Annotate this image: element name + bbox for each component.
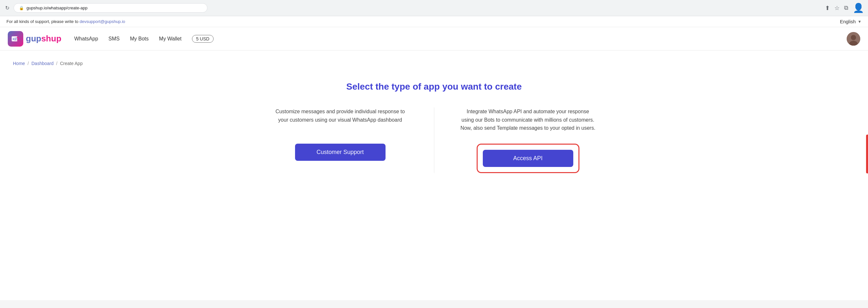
notification-text: For all kinds of support, please write t… — [6, 19, 125, 24]
tab-icon[interactable]: ⧉ — [844, 4, 848, 11]
wallet-badge[interactable]: 5 USD — [192, 35, 214, 43]
support-email-link[interactable]: devsupport@gupshup.io — [80, 19, 125, 24]
user-avatar[interactable] — [847, 32, 860, 46]
page-content: Home / Dashboard / Create App Select the… — [0, 51, 868, 300]
page-heading: Select the type of app you want to creat… — [13, 82, 855, 92]
breadcrumb-sep-2: / — [56, 61, 58, 66]
customer-support-card: Customize messages and provide individua… — [272, 107, 408, 173]
profile-avatar-icon[interactable]: 👤 — [853, 3, 864, 13]
breadcrumb: Home / Dashboard / Create App — [13, 61, 855, 66]
browser-chrome: ↻ 🔒 gupshup.io/whatsapp/create-app ⬆ ☆ ⧉… — [0, 0, 868, 16]
logo-text: gupshup — [26, 34, 61, 44]
nav-whatsapp[interactable]: WhatsApp — [74, 35, 98, 43]
browser-toolbar: ↻ 🔒 gupshup.io/whatsapp/create-app ⬆ ☆ ⧉… — [0, 0, 868, 16]
reload-button[interactable]: ↻ — [4, 5, 10, 11]
side-accent-bar — [866, 135, 868, 173]
customer-support-description: Customize messages and provide individua… — [272, 107, 408, 133]
access-api-description: Integrate WhatsApp API and automate your… — [460, 107, 596, 133]
access-api-card: Integrate WhatsApp API and automate your… — [460, 107, 596, 173]
nav-sms[interactable]: SMS — [108, 35, 120, 43]
notification-message: For all kinds of support, please write t… — [6, 19, 80, 24]
access-api-button[interactable]: Access API — [483, 150, 573, 167]
lock-icon: 🔒 — [19, 6, 24, 10]
svg-point-2 — [17, 37, 18, 38]
share-icon[interactable]: ⬆ — [825, 4, 830, 12]
language-label: English — [840, 19, 856, 24]
browser-actions: ⬆ ☆ ⧉ 👤 — [825, 3, 864, 13]
url-text: gupshup.io/whatsapp/create-app — [27, 5, 88, 10]
breadcrumb-sep-1: / — [28, 61, 29, 66]
breadcrumb-home[interactable]: Home — [13, 61, 25, 66]
breadcrumb-current: Create App — [60, 61, 83, 66]
reload-icon: ↻ — [5, 5, 9, 11]
main-nav: </> gupshup WhatsApp SMS My Bots My Wall… — [0, 27, 868, 51]
language-switcher[interactable]: English ▼ — [840, 19, 862, 24]
svg-point-4 — [851, 35, 856, 40]
card-divider — [434, 107, 434, 173]
nav-my-wallet[interactable]: My Wallet — [159, 35, 182, 43]
notification-bar: For all kinds of support, please write t… — [0, 16, 868, 27]
nav-links: WhatsApp SMS My Bots My Wallet 5 USD — [74, 35, 214, 43]
cards-container: Customize messages and provide individua… — [256, 107, 612, 173]
breadcrumb-dashboard[interactable]: Dashboard — [31, 61, 54, 66]
logo-icon: </> — [8, 31, 23, 47]
access-api-highlight-box: Access API — [477, 144, 580, 173]
customer-support-button[interactable]: Customer Support — [295, 144, 385, 161]
logo[interactable]: </> gupshup — [8, 31, 61, 47]
bookmark-icon[interactable]: ☆ — [834, 4, 840, 12]
address-bar[interactable]: 🔒 gupshup.io/whatsapp/create-app — [13, 3, 208, 12]
chevron-down-icon: ▼ — [858, 20, 862, 24]
nav-left: </> gupshup WhatsApp SMS My Bots My Wall… — [8, 31, 214, 47]
nav-my-bots[interactable]: My Bots — [130, 35, 149, 43]
